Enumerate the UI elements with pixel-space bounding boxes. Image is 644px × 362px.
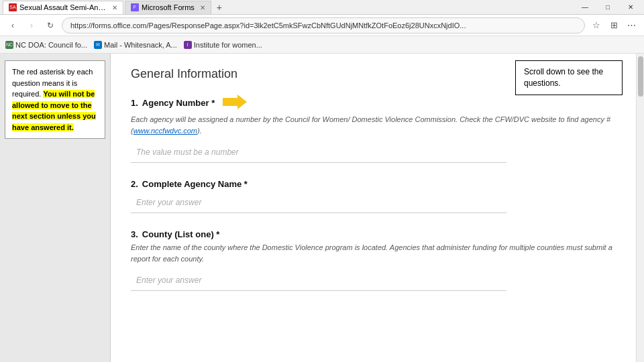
tab-label-1: Sexual Assault Semi-Annual Stat... [19, 3, 107, 11]
maximize-button[interactable]: □ [597, 1, 619, 13]
fav-nc[interactable]: NC NC DOA: Council fo... [5, 41, 87, 49]
tab-favicon-2: F [131, 3, 139, 11]
tab-inactive[interactable]: F Microsoft Forms ✕ [125, 1, 211, 14]
arrow-annotation-icon [223, 95, 247, 111]
scroll-hint-box: Scroll down to see the questions. [515, 60, 623, 95]
question-1-text: Agency Number * [142, 98, 215, 108]
more-icon[interactable]: ⋯ [624, 18, 639, 33]
question-3-label: 3. County (List one) * [131, 229, 616, 239]
question-2-text: Complete Agency Name * [142, 179, 248, 189]
county-input[interactable] [131, 269, 506, 291]
scroll-hint-text: Scroll down to see the questions. [524, 67, 603, 88]
forward-button[interactable]: › [24, 18, 39, 33]
left-sidebar: The red asterisk by each question means … [0, 54, 111, 362]
fav-label-inst: Institute for women... [194, 41, 262, 49]
fav-mail[interactable]: ✉ Mail - Whitesnack, A... [94, 41, 177, 49]
question-3-text: County (List one) * [142, 229, 220, 239]
title-bar: SA Sexual Assault Semi-Annual Stat... ✕ … [0, 0, 644, 15]
question-3-desc: Enter the name of the county where the D… [131, 242, 616, 264]
agency-number-input[interactable] [131, 141, 506, 163]
agency-link[interactable]: www.nccfwdvc.com [133, 127, 197, 135]
fav-icon-inst: I [184, 41, 192, 49]
star-icon[interactable]: ☆ [589, 18, 604, 33]
tab-close-1[interactable]: ✕ [112, 4, 117, 11]
question-3-number: 3. [131, 229, 138, 239]
url-bar[interactable]: https://forms.office.com/Pages/ResponseP… [62, 17, 585, 34]
question-1-number: 1. [131, 98, 138, 108]
scrollbar[interactable] [636, 54, 644, 362]
fav-icon-nc: NC [5, 41, 13, 49]
collections-icon[interactable]: ⊞ [606, 18, 621, 33]
tab-active[interactable]: SA Sexual Assault Semi-Annual Stat... ✕ [3, 1, 123, 14]
main-content: Scroll down to see the questions. Genera… [111, 54, 636, 362]
fav-label-nc: NC DOA: Council fo... [15, 41, 87, 49]
browser-content: The red asterisk by each question means … [0, 54, 644, 362]
back-button[interactable]: ‹ [5, 18, 20, 33]
favorites-bar: NC NC DOA: Council fo... ✉ Mail - Whites… [0, 36, 644, 54]
address-bar: ‹ › ↻ https://forms.office.com/Pages/Res… [0, 15, 644, 36]
tab-label-2: Microsoft Forms [142, 3, 195, 11]
refresh-button[interactable]: ↻ [43, 18, 58, 33]
fav-icon-mail: ✉ [94, 41, 102, 49]
fav-label-mail: Mail - Whitesnack, A... [104, 41, 177, 49]
minimize-button[interactable]: — [574, 1, 596, 13]
question-1-block: 1. Agency Number * Each agency will be a… [131, 95, 616, 163]
question-3-block: 3. County (List one) * Enter the name of… [131, 229, 616, 291]
question-2-label: 2. Complete Agency Name * [131, 179, 616, 189]
scroll-thumb[interactable] [638, 56, 643, 97]
url-text: https://forms.office.com/Pages/ResponseP… [70, 21, 466, 29]
toolbar-icons: ☆ ⊞ ⋯ [589, 18, 639, 33]
new-tab-button[interactable]: + [213, 1, 226, 14]
question-2-number: 2. [131, 179, 138, 189]
tooltip-box: The red asterisk by each question means … [5, 60, 105, 139]
agency-name-input[interactable] [131, 192, 506, 213]
tab-close-2[interactable]: ✕ [200, 4, 205, 11]
svg-marker-0 [223, 95, 247, 109]
close-button[interactable]: ✕ [620, 1, 641, 13]
question-1-label: 1. Agency Number * [131, 95, 616, 111]
window-controls: — □ ✕ [574, 1, 641, 13]
tab-favicon-1: SA [9, 3, 17, 11]
fav-inst[interactable]: I Institute for women... [184, 41, 262, 49]
question-2-block: 2. Complete Agency Name * [131, 179, 616, 213]
question-1-desc: Each agency will be assigned a number by… [131, 114, 616, 136]
